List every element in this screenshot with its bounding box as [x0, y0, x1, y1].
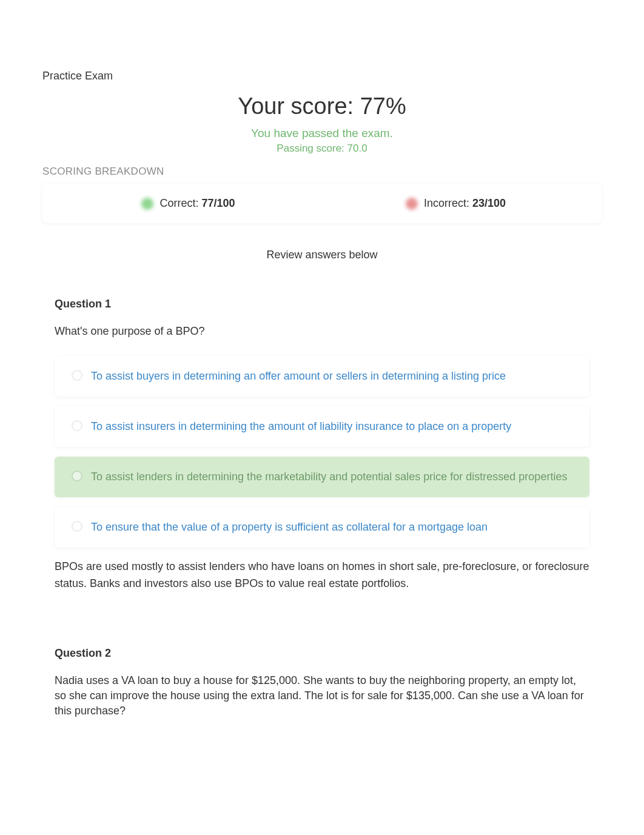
answer-text: To ensure that the value of a property i…: [91, 519, 572, 535]
breadcrumb: Practice Exam: [42, 70, 602, 82]
correct-dot-icon: [141, 198, 153, 210]
incorrect-score-col: Incorrect: 23/100: [322, 197, 589, 210]
answer-text: To assist lenders in determining the mar…: [91, 469, 572, 485]
review-answers-label: Review answers below: [42, 249, 602, 261]
question-text: Nadia uses a VA loan to buy a house for …: [55, 673, 589, 719]
radio-icon: [72, 420, 82, 431]
scoring-breakdown-card: Correct: 77/100 Incorrect: 23/100: [42, 184, 602, 223]
answer-option[interactable]: To assist insurers in determining the am…: [55, 406, 589, 447]
radio-icon: [72, 471, 82, 481]
incorrect-value: 23/100: [472, 197, 506, 209]
correct-score-col: Correct: 77/100: [55, 197, 322, 210]
answer-option[interactable]: To ensure that the value of a property i…: [55, 507, 589, 548]
incorrect-dot-icon: [406, 198, 418, 210]
pass-message: You have passed the exam.: [42, 127, 602, 140]
incorrect-label: Incorrect:: [424, 197, 472, 209]
question-block: Question 1 What's one purpose of a BPO? …: [42, 298, 602, 592]
question-title: Question 1: [55, 298, 589, 310]
answer-option[interactable]: To assist buyers in determining an offer…: [55, 356, 589, 397]
scoring-breakdown-label: SCORING BREAKDOWN: [42, 166, 602, 178]
radio-icon: [72, 370, 82, 381]
passing-score: Passing score: 70.0: [42, 143, 602, 155]
question-block: Question 2 Nadia uses a VA loan to buy a…: [42, 647, 602, 719]
incorrect-score-text: Incorrect: 23/100: [424, 197, 506, 210]
question-explanation: BPOs are used mostly to assist lenders w…: [55, 558, 589, 592]
answer-text: To assist insurers in determining the am…: [91, 418, 572, 435]
answer-text: To assist buyers in determining an offer…: [91, 368, 572, 384]
answer-option-correct[interactable]: To assist lenders in determining the mar…: [55, 457, 589, 497]
correct-score-text: Correct: 77/100: [159, 197, 235, 210]
correct-label: Correct:: [159, 197, 201, 209]
exam-results-page: Practice Exam Your score: 77% You have p…: [0, 0, 644, 810]
question-text: What's one purpose of a BPO?: [55, 324, 589, 339]
correct-value: 77/100: [201, 197, 235, 209]
question-title: Question 2: [55, 647, 589, 660]
score-header: Your score: 77%: [42, 93, 602, 119]
radio-icon: [72, 521, 82, 532]
